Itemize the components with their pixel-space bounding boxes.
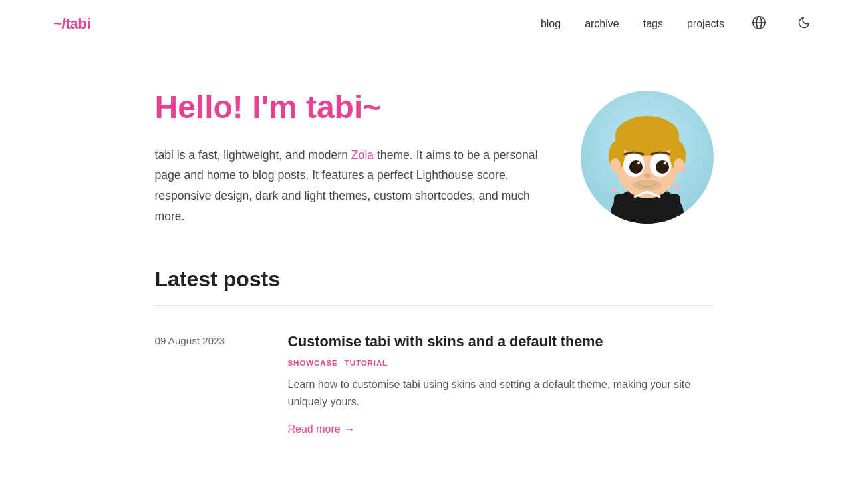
svg-rect-10	[615, 136, 679, 149]
nav-blog[interactable]: blog	[541, 18, 561, 30]
svg-point-22	[664, 162, 666, 164]
section-divider	[155, 305, 714, 306]
svg-point-21	[637, 162, 640, 164]
read-more-label: Read more	[288, 423, 341, 435]
nav-tags[interactable]: tags	[643, 18, 663, 30]
post-excerpt: Learn how to customise tabi using skins …	[288, 376, 714, 411]
post-title: Customise tabi with skins and a default …	[288, 332, 714, 351]
hero-description: tabi is a fast, lightweight, and modern …	[155, 145, 541, 227]
hero-title: Hello! I'm tabi~	[155, 88, 541, 126]
post-tag-showcase: SHOWCASE	[288, 359, 338, 367]
nav-archive[interactable]: archive	[585, 18, 619, 30]
main-content: Hello! I'm tabi~ tabi is a fast, lightwe…	[102, 48, 767, 489]
hero-description-part1: tabi is a fast, lightweight, and modern	[155, 148, 351, 162]
post-item: 09 August 2023 Customise tabi with skins…	[155, 332, 714, 435]
zola-link[interactable]: Zola	[351, 148, 374, 162]
dark-mode-toggle-button[interactable]	[794, 13, 815, 35]
latest-posts-title: Latest posts	[155, 267, 714, 292]
svg-point-13	[610, 158, 621, 172]
read-more-link[interactable]: Read more →	[288, 423, 355, 435]
globe-icon	[752, 15, 766, 33]
site-logo[interactable]: ~/tabi	[53, 15, 90, 33]
post-tags: SHOWCASE TUTORIAL	[288, 359, 714, 367]
post-tag-tutorial: TUTORIAL	[345, 359, 388, 367]
svg-point-17	[629, 160, 643, 174]
post-date: 09 August 2023	[155, 332, 261, 435]
svg-point-18	[656, 160, 669, 174]
avatar-image	[581, 91, 714, 224]
nav-menu: blog archive tags projects	[541, 13, 815, 35]
post-content: Customise tabi with skins and a default …	[288, 332, 714, 435]
hero-section: Hello! I'm tabi~ tabi is a fast, lightwe…	[155, 88, 714, 227]
language-switcher-button[interactable]	[748, 13, 770, 35]
moon-icon	[797, 16, 811, 33]
arrow-right-icon: →	[345, 423, 355, 435]
svg-point-24	[633, 180, 662, 190]
header: ~/tabi blog archive tags projects	[0, 0, 868, 48]
nav-projects[interactable]: projects	[687, 18, 724, 30]
hero-text-block: Hello! I'm tabi~ tabi is a fast, lightwe…	[155, 88, 541, 227]
latest-posts-section: Latest posts 09 August 2023 Customise ta…	[155, 267, 714, 435]
svg-point-23	[644, 173, 651, 178]
avatar	[581, 91, 714, 224]
